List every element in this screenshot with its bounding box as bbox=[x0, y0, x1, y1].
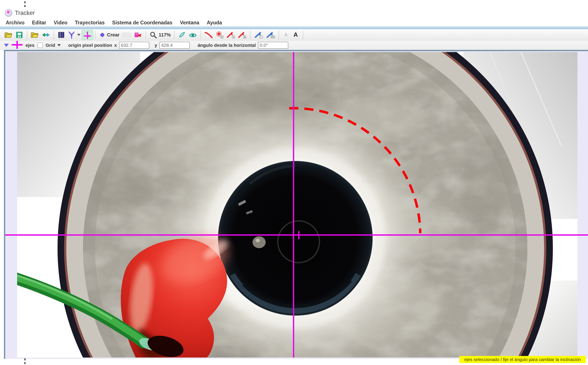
svg-text:v: v bbox=[233, 35, 234, 38]
x-label: x bbox=[114, 42, 117, 48]
font-increase-icon: A bbox=[294, 31, 298, 38]
axis-angle-tick[interactable] bbox=[298, 231, 299, 239]
clip-settings-button[interactable] bbox=[56, 30, 66, 40]
toolbar-separator bbox=[145, 30, 146, 39]
accelerations-icon: a bbox=[238, 31, 247, 39]
vector-sums-button[interactable] bbox=[265, 30, 277, 40]
magnifier-icon bbox=[149, 31, 157, 39]
trails-icon bbox=[204, 31, 213, 39]
toolbar-separator bbox=[54, 30, 54, 39]
toolbar-separator bbox=[250, 30, 250, 39]
vectors-icon bbox=[254, 31, 263, 39]
axes-toolbar: ejes Grid origin pixel position x y ángu… bbox=[0, 41, 588, 50]
create-button-label: Crear bbox=[107, 32, 119, 38]
toolbar-separator bbox=[201, 30, 201, 39]
create-track-icon bbox=[99, 32, 106, 38]
velocities-button[interactable]: v bbox=[225, 30, 236, 40]
toolbar-separator bbox=[303, 30, 303, 39]
menu-ayuda[interactable]: Ayuda bbox=[207, 20, 222, 26]
grid-label[interactable]: Grid bbox=[46, 42, 55, 48]
origin-x-field[interactable] bbox=[119, 42, 149, 49]
track-dropdown-icon[interactable] bbox=[4, 44, 9, 47]
drawings-button[interactable] bbox=[177, 30, 187, 40]
open-file-button[interactable] bbox=[3, 30, 14, 40]
positions-button[interactable]: x bbox=[214, 30, 225, 40]
font-increase-button[interactable]: A bbox=[291, 30, 301, 40]
swap-icon bbox=[42, 32, 50, 38]
title-bar: Tracker bbox=[5, 9, 35, 17]
accelerations-button[interactable]: a bbox=[236, 30, 248, 40]
tracker-window: Tracker Archivo Editar Video Trayectoria… bbox=[0, 0, 588, 365]
video-viewer bbox=[4, 50, 588, 359]
clip-settings-icon bbox=[57, 31, 65, 39]
step-size-button[interactable] bbox=[121, 30, 132, 40]
menu-bar: Archivo Editar Video Trayectorias Sistem… bbox=[0, 19, 588, 26]
save-button[interactable] bbox=[14, 30, 25, 40]
zoom-level-label: 117% bbox=[159, 32, 171, 38]
menu-trayectorias[interactable]: Trayectorias bbox=[75, 20, 105, 26]
open-tab-button[interactable] bbox=[29, 30, 40, 40]
menu-archivo[interactable]: Archivo bbox=[6, 20, 25, 26]
calibration-button[interactable] bbox=[132, 30, 143, 40]
container-hole bbox=[218, 161, 373, 316]
toolbar-separator bbox=[174, 30, 174, 39]
axes-icon bbox=[83, 30, 92, 39]
y-axis-line[interactable] bbox=[293, 52, 294, 358]
tracker-app-icon bbox=[5, 9, 12, 17]
axes-button[interactable] bbox=[82, 30, 93, 40]
step-size-icon bbox=[122, 32, 131, 38]
axes-track-label[interactable]: ejes bbox=[26, 42, 35, 48]
menu-video[interactable]: Video bbox=[54, 20, 67, 26]
x-axis-line[interactable] bbox=[5, 234, 588, 236]
menu-sistema-de-coordenadas[interactable]: Sistema de Coordenadas bbox=[112, 20, 173, 26]
track-control-dropdown-icon bbox=[77, 34, 81, 36]
toolbar-separator bbox=[279, 30, 279, 39]
top-grip-dots bbox=[24, 1, 26, 7]
main-toolbar: Crear 117% x v a bbox=[0, 29, 588, 41]
menu-ventana[interactable]: Ventana bbox=[180, 20, 199, 26]
toolbar-top-strip bbox=[0, 26, 588, 29]
track-control-button[interactable] bbox=[66, 30, 82, 40]
zoom-button[interactable]: 117% bbox=[148, 30, 172, 40]
create-track-button[interactable]: Crear bbox=[98, 30, 121, 40]
font-decrease-button[interactable]: A bbox=[281, 30, 291, 40]
vectors-button[interactable] bbox=[253, 30, 265, 40]
drawings-icon bbox=[178, 31, 186, 39]
toolbar-separator bbox=[95, 30, 96, 39]
track-control-icon bbox=[67, 31, 76, 39]
menu-editar[interactable]: Editar bbox=[32, 20, 46, 26]
eye-icon bbox=[188, 31, 197, 39]
save-icon bbox=[15, 31, 23, 39]
y-label: y bbox=[155, 42, 157, 48]
toolbar-separator bbox=[27, 30, 27, 39]
velocities-icon: v bbox=[226, 31, 235, 39]
positions-icon: x bbox=[215, 31, 224, 39]
grid-checkbox[interactable] bbox=[38, 42, 43, 48]
video-frame[interactable] bbox=[17, 52, 577, 358]
angle-field[interactable] bbox=[258, 42, 288, 49]
origin-position-label: origin pixel position bbox=[68, 42, 112, 48]
calibration-icon bbox=[133, 31, 142, 39]
axes-cross-icon[interactable] bbox=[11, 40, 23, 50]
open-file-icon bbox=[4, 31, 13, 39]
status-hint: ejes seleccionado / fije el ángulo para … bbox=[459, 356, 586, 363]
origin-y-field[interactable] bbox=[159, 42, 190, 49]
open-tab-icon bbox=[30, 31, 39, 39]
font-decrease-icon: A bbox=[284, 32, 287, 37]
window-title: Tracker bbox=[15, 10, 35, 16]
swap-view-button[interactable] bbox=[40, 30, 51, 40]
bottom-grip-dots bbox=[24, 358, 26, 364]
angle-label: ángulo desde la horizontal bbox=[198, 42, 256, 48]
svg-text:x: x bbox=[221, 35, 222, 38]
svg-text:a: a bbox=[244, 35, 245, 38]
visibility-button[interactable] bbox=[187, 30, 198, 40]
trails-button[interactable] bbox=[203, 30, 214, 40]
grid-dropdown-icon[interactable] bbox=[57, 44, 61, 46]
vector-sums-icon bbox=[266, 31, 275, 39]
